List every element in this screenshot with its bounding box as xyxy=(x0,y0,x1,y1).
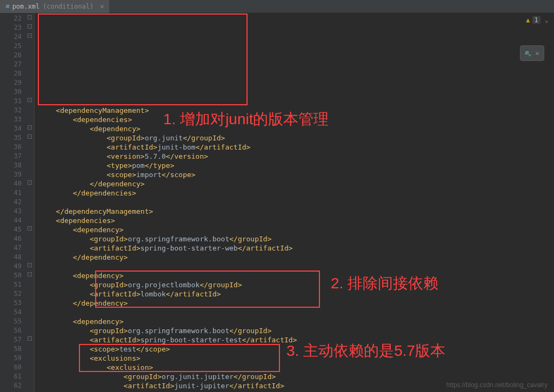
warning-count: 1 xyxy=(532,16,540,24)
line-number: 37 xyxy=(0,152,22,161)
line-number: 58 xyxy=(0,344,22,354)
line-number: 42 xyxy=(0,198,22,207)
line-number: 26 xyxy=(0,51,22,60)
code-line: <dependency> xyxy=(39,271,554,280)
code-line: </dependency> xyxy=(39,253,554,262)
highlight-box-1 xyxy=(38,13,248,105)
line-number: 54 xyxy=(0,308,22,317)
line-number: 61 xyxy=(0,372,22,381)
fold-toggle[interactable]: − xyxy=(28,263,32,267)
code-line: </dependency> xyxy=(39,179,554,188)
line-number: 32 xyxy=(0,106,22,115)
line-gutter: 2223242526272829303132333435363738394041… xyxy=(0,13,26,392)
code-line: <artifactId>spring-boot-starter-test</ar… xyxy=(39,335,554,344)
code-line: </dependency> xyxy=(39,299,554,308)
line-number: 44 xyxy=(0,216,22,225)
line-number: 31 xyxy=(0,97,22,106)
code-line: <artifactId>spring-boot-starter-web</art… xyxy=(39,244,554,253)
fold-toggle[interactable]: − xyxy=(28,98,32,102)
code-line: <exclusions> xyxy=(39,354,554,363)
code-line: <dependencies> xyxy=(39,216,554,225)
editor-area: 2223242526272829303132333435363738394041… xyxy=(0,13,554,392)
line-number: 62 xyxy=(0,381,22,390)
code-line: <groupId>org.junit</groupId> xyxy=(39,133,554,143)
line-number: 36 xyxy=(0,143,22,152)
fold-toggle[interactable]: − xyxy=(28,336,32,341)
chevron-down-icon: ⌄ xyxy=(545,16,549,24)
editor-tab[interactable]: m pom.xml (conditional) × xyxy=(0,0,109,13)
line-number: 60 xyxy=(0,363,22,372)
code-line: <scope>import</scope> xyxy=(39,170,554,179)
line-number: 52 xyxy=(0,289,22,299)
line-number: 43 xyxy=(0,207,22,216)
line-number: 47 xyxy=(0,244,22,253)
tab-bar: m pom.xml (conditional) × xyxy=(0,0,554,13)
fold-toggle[interactable]: − xyxy=(28,180,32,185)
fold-toggle[interactable]: − xyxy=(28,33,32,38)
code-line: <dependency> xyxy=(39,317,554,326)
fold-toggle[interactable]: − xyxy=(28,226,32,231)
line-number: 30 xyxy=(0,87,22,97)
code-line xyxy=(39,262,554,271)
code-line: </dependencies> xyxy=(39,188,554,198)
code-line: <dependencyManagement> xyxy=(39,106,554,115)
line-number: 35 xyxy=(0,133,22,143)
line-number: 29 xyxy=(0,78,22,87)
fold-column: −−−−−−−−−−− xyxy=(26,13,35,392)
line-number: 56 xyxy=(0,326,22,335)
maven-file-icon: m xyxy=(5,3,9,10)
line-number: 51 xyxy=(0,280,22,289)
line-number: 27 xyxy=(0,60,22,69)
code-line xyxy=(39,198,554,207)
code-line: <dependency> xyxy=(39,225,554,234)
line-number: 49 xyxy=(0,262,22,271)
code-line: <artifactId>lombok</artifactId> xyxy=(39,289,554,299)
line-number: 57 xyxy=(0,335,22,344)
code-line: <groupId>org.springframework.boot</group… xyxy=(39,326,554,335)
maven-icon: m↻ xyxy=(525,49,531,57)
tab-filename: pom.xml xyxy=(12,3,40,10)
maven-tool-popup[interactable]: m↻ × xyxy=(520,45,544,61)
code-line: <dependency> xyxy=(39,124,554,133)
line-number: 34 xyxy=(0,124,22,133)
watermark-text: https://blog.csdn.net/boling_cavalry xyxy=(446,381,548,389)
line-number: 24 xyxy=(0,32,22,42)
fold-toggle[interactable]: − xyxy=(28,134,32,139)
line-number: 39 xyxy=(0,170,22,179)
code-line: </dependencyManagement> xyxy=(39,207,554,216)
close-icon[interactable]: × xyxy=(535,49,539,57)
line-number: 28 xyxy=(0,69,22,78)
fold-toggle[interactable]: − xyxy=(28,125,32,130)
code-line: <type>pom</type> xyxy=(39,161,554,170)
close-icon[interactable]: × xyxy=(100,3,104,10)
line-number: 45 xyxy=(0,225,22,234)
line-number: 41 xyxy=(0,188,22,198)
code-line: <groupId>org.springframework.boot</group… xyxy=(39,234,554,244)
code-line: <version>5.7.0</version> xyxy=(39,152,554,161)
code-line xyxy=(39,308,554,317)
code-line: <dependencies> xyxy=(39,115,554,124)
code-content[interactable]: 1. 增加对junit的版本管理 2. 排除间接依赖 3. 主动依赖的是5.7版… xyxy=(35,13,554,392)
inspection-badge[interactable]: ▲ 1 ⌄ xyxy=(526,16,549,24)
line-number: 48 xyxy=(0,253,22,262)
line-number: 22 xyxy=(0,14,22,23)
line-number: 33 xyxy=(0,115,22,124)
line-number: 59 xyxy=(0,354,22,363)
warning-icon: ▲ xyxy=(526,16,530,24)
fold-toggle[interactable]: − xyxy=(28,24,32,29)
line-number: 40 xyxy=(0,179,22,188)
code-line: <groupId>org.projectlombok</groupId> xyxy=(39,280,554,289)
line-number: 50 xyxy=(0,271,22,280)
fold-toggle[interactable]: − xyxy=(28,15,32,19)
line-number: 55 xyxy=(0,317,22,326)
code-line: <scope>test</scope> xyxy=(39,344,554,354)
code-line: <groupId>org.junit.jupiter</groupId> xyxy=(39,372,554,381)
line-number: 23 xyxy=(0,23,22,32)
line-number: 38 xyxy=(0,161,22,170)
code-line: <exclusion> xyxy=(39,363,554,372)
tab-qualifier: (conditional) xyxy=(43,3,94,10)
code-line: <artifactId>junit-bom</artifactId> xyxy=(39,143,554,152)
line-number: 25 xyxy=(0,42,22,51)
fold-toggle[interactable]: − xyxy=(28,272,32,276)
line-number: 53 xyxy=(0,299,22,308)
